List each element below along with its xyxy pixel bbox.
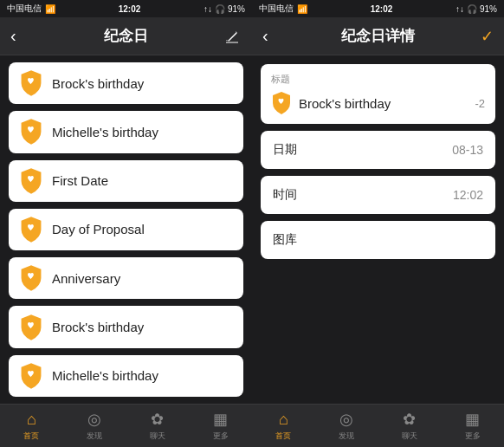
edit-button-left[interactable] — [223, 27, 242, 46]
list-item[interactable]: Brock's birthday — [9, 306, 243, 347]
carrier-right: 中国电信 — [259, 3, 294, 15]
tab-label: 首页 — [275, 431, 291, 442]
time-label: 时间 — [273, 187, 297, 203]
right-tab-首页[interactable]: ⌂ 首页 — [252, 411, 315, 442]
back-button-right[interactable]: ‹ — [262, 26, 268, 46]
shield-heart-icon — [19, 362, 43, 390]
right-tab-bar: ⌂ 首页 ◎ 发现 ✿ 聊天 ▦ 更多 — [252, 404, 504, 447]
left-nav-bar: ‹ 纪念日 — [0, 17, 252, 55]
title-badge: -2 — [475, 97, 485, 110]
left-panel: 中国电信 📶 12:02 ↑↓ 🎧 91% ‹ 纪念日 Brock's birt — [0, 0, 252, 447]
date-field-card[interactable]: 日期 08-13 — [261, 131, 495, 169]
tab-label: 发现 — [87, 431, 102, 442]
title-card-label: 标题 — [271, 73, 485, 86]
battery-left: 91% — [228, 4, 245, 14]
shield-heart-icon-detail — [271, 91, 292, 115]
list-item[interactable]: Anniversary — [9, 257, 243, 299]
left-list: Brock's birthday Michelle's birthday Fir… — [0, 55, 252, 404]
signal-icon-left: ↑↓ — [204, 4, 212, 14]
list-item-label: First Date — [52, 173, 108, 188]
detail-content: 标题 Brock's birthday -2 日期 08-13 时间 12:02… — [252, 55, 504, 404]
check-button[interactable]: ✓ — [481, 27, 494, 46]
tab-icon: ▦ — [465, 410, 480, 429]
tab-label: 更多 — [465, 431, 481, 442]
right-nav-title: 纪念日详情 — [341, 26, 415, 46]
list-item-label: Michelle's birthday — [52, 125, 158, 139]
list-item-label: Anniversary — [52, 271, 120, 286]
headphone-icon-left: 🎧 — [215, 4, 225, 14]
shield-heart-icon — [19, 167, 43, 195]
right-tab-更多[interactable]: ▦ 更多 — [441, 410, 504, 442]
list-item[interactable]: Michelle's birthday — [9, 355, 243, 397]
left-status-bar: 中国电信 📶 12:02 ↑↓ 🎧 91% — [0, 0, 252, 17]
wifi-icon-left: 📶 — [45, 4, 55, 14]
list-item-label: Brock's birthday — [52, 320, 144, 334]
tab-icon: ✿ — [403, 410, 416, 429]
tab-icon: ▦ — [213, 410, 228, 429]
tab-icon: ◎ — [339, 410, 353, 429]
list-item[interactable]: Michelle's birthday — [9, 111, 243, 152]
signal-icon-right: ↑↓ — [456, 4, 464, 14]
tab-label: 聊天 — [402, 431, 417, 442]
time-value: 12:02 — [453, 188, 483, 202]
headphone-icon-right: 🎧 — [467, 4, 477, 14]
right-nav-bar: ‹ 纪念日详情 ✓ — [252, 17, 504, 55]
time-left: 12:02 — [119, 4, 141, 14]
list-item[interactable]: Brock's birthday — [9, 62, 243, 104]
shield-heart-icon — [19, 216, 43, 243]
date-value: 08-13 — [452, 143, 483, 157]
shield-heart-icon — [19, 69, 43, 97]
shield-heart-icon — [19, 314, 43, 341]
left-tab-更多[interactable]: ▦ 更多 — [189, 410, 252, 442]
tab-icon: ⌂ — [279, 411, 288, 429]
tab-label: 聊天 — [150, 431, 165, 442]
list-item-label: Brock's birthday — [52, 76, 144, 91]
date-label: 日期 — [273, 142, 297, 158]
list-item[interactable]: First Date — [9, 160, 243, 202]
left-tab-发现[interactable]: ◎ 发现 — [63, 410, 126, 442]
back-button-left[interactable]: ‹ — [10, 26, 16, 46]
list-item[interactable]: Day of Proposal — [9, 209, 243, 250]
left-tab-bar: ⌂ 首页 ◎ 发现 ✿ 聊天 ▦ 更多 — [0, 404, 252, 447]
tab-label: 发现 — [339, 431, 354, 442]
tab-icon: ◎ — [87, 410, 101, 429]
time-right: 12:02 — [371, 4, 393, 14]
tab-label: 更多 — [213, 431, 229, 442]
left-tab-首页[interactable]: ⌂ 首页 — [0, 411, 63, 442]
right-status-bar: 中国电信 📶 12:02 ↑↓ 🎧 91% — [252, 0, 504, 17]
left-nav-title: 纪念日 — [104, 26, 148, 46]
gallery-label: 图库 — [273, 232, 297, 248]
right-panel: 中国电信 📶 12:02 ↑↓ 🎧 91% ‹ 纪念日详情 ✓ 标题 Brock… — [252, 0, 504, 447]
tab-icon: ✿ — [151, 410, 164, 429]
shield-heart-icon — [19, 118, 43, 146]
tab-label: 首页 — [23, 431, 39, 442]
list-item-label: Day of Proposal — [52, 222, 145, 236]
shield-heart-icon — [19, 264, 43, 292]
tab-icon: ⌂ — [27, 411, 36, 429]
carrier-left: 中国电信 — [7, 3, 42, 15]
right-tab-发现[interactable]: ◎ 发现 — [315, 410, 378, 442]
gallery-card[interactable]: 图库 — [261, 221, 495, 259]
left-tab-聊天[interactable]: ✿ 聊天 — [126, 410, 190, 442]
battery-right: 91% — [480, 4, 497, 14]
title-card[interactable]: 标题 Brock's birthday -2 — [261, 64, 495, 124]
list-item-label: Michelle's birthday — [52, 368, 158, 383]
wifi-icon-right: 📶 — [297, 4, 307, 14]
right-tab-聊天[interactable]: ✿ 聊天 — [378, 410, 442, 442]
time-field-card[interactable]: 时间 12:02 — [261, 176, 495, 214]
title-value: Brock's birthday — [299, 96, 468, 111]
